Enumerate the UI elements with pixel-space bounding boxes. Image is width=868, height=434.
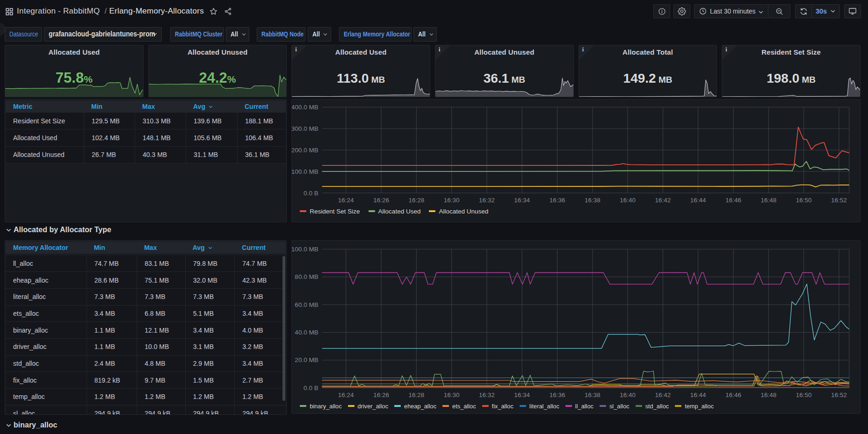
svg-text:16:38: 16:38 [585, 391, 600, 398]
svg-text:16:42: 16:42 [655, 197, 671, 204]
svg-text:16:32: 16:32 [479, 197, 495, 204]
svg-text:16:38: 16:38 [585, 197, 600, 204]
svg-text:80.0 MB: 80.0 MB [295, 273, 318, 280]
svg-text:16:48: 16:48 [761, 391, 777, 398]
svg-text:16:52: 16:52 [831, 391, 847, 398]
svg-text:16:24: 16:24 [338, 391, 354, 398]
svg-text:16:36: 16:36 [550, 197, 565, 204]
svg-text:16:36: 16:36 [550, 391, 565, 398]
svg-text:100.0 MB: 100.0 MB [292, 246, 318, 253]
svg-text:0.0 B: 0.0 B [304, 384, 318, 391]
svg-text:20.0 MB: 20.0 MB [295, 356, 318, 363]
svg-text:16:30: 16:30 [444, 197, 460, 204]
svg-text:16:26: 16:26 [373, 391, 389, 398]
svg-text:16:40: 16:40 [620, 391, 636, 398]
svg-text:200.0 MB: 200.0 MB [292, 147, 318, 154]
svg-text:16:26: 16:26 [373, 197, 389, 204]
svg-text:100.0 MB: 100.0 MB [292, 168, 318, 175]
svg-text:40.0 MB: 40.0 MB [295, 329, 318, 336]
svg-text:16:32: 16:32 [479, 391, 495, 398]
svg-text:16:42: 16:42 [655, 391, 671, 398]
svg-text:16:50: 16:50 [796, 391, 812, 398]
svg-text:16:30: 16:30 [444, 391, 460, 398]
svg-text:16:50: 16:50 [796, 197, 812, 204]
svg-text:0.0 B: 0.0 B [304, 190, 318, 197]
svg-text:60.0 MB: 60.0 MB [295, 301, 318, 308]
svg-text:300.0 MB: 300.0 MB [292, 125, 318, 132]
svg-text:16:46: 16:46 [725, 197, 741, 204]
svg-text:16:28: 16:28 [409, 197, 425, 204]
svg-text:16:34: 16:34 [514, 197, 530, 204]
svg-text:16:46: 16:46 [725, 391, 741, 398]
svg-text:16:34: 16:34 [514, 391, 530, 398]
svg-text:400.0 MB: 400.0 MB [292, 104, 318, 111]
svg-text:16:48: 16:48 [761, 197, 777, 204]
svg-text:16:52: 16:52 [831, 197, 847, 204]
svg-text:16:44: 16:44 [690, 391, 706, 398]
svg-text:16:28: 16:28 [409, 391, 425, 398]
svg-text:16:24: 16:24 [338, 197, 354, 204]
svg-text:16:40: 16:40 [620, 197, 636, 204]
svg-text:16:44: 16:44 [690, 197, 706, 204]
